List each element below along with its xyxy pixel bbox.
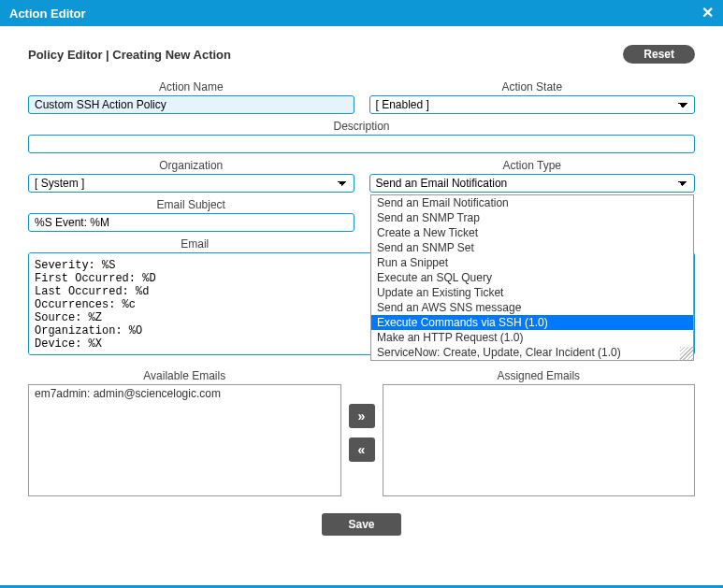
action-type-dropdown-list[interactable]: Send an Email NotificationSend an SNMP T…	[370, 194, 694, 361]
label-action-type: Action Type	[369, 159, 696, 172]
action-name-input[interactable]	[28, 95, 354, 114]
action-type-option[interactable]: Send an AWS SNS message	[371, 300, 693, 315]
header-row: Policy Editor | Creating New Action Rese…	[28, 45, 695, 64]
action-type-option[interactable]: Execute an SQL Query	[371, 270, 693, 285]
available-emails-listbox[interactable]: em7admin: admin@sciencelogic.com	[28, 384, 341, 496]
resize-handle-icon[interactable]	[680, 347, 693, 360]
row-description: Description	[28, 120, 695, 153]
move-right-button[interactable]: »	[349, 404, 375, 428]
close-icon[interactable]: ✕	[701, 6, 714, 21]
email-subject-input[interactable]	[28, 213, 354, 232]
label-available-emails: Available Emails	[28, 369, 341, 382]
label-assigned-emails: Assigned Emails	[383, 369, 696, 382]
page-subtitle: Policy Editor | Creating New Action	[28, 48, 231, 62]
row-name-state: Action Name Action State [ Enabled ]	[28, 80, 695, 114]
reset-button[interactable]: Reset	[623, 45, 695, 64]
description-input[interactable]	[28, 135, 695, 153]
action-type-option[interactable]: Make an HTTP Request (1.0)	[371, 330, 693, 345]
action-type-option[interactable]: Update an Existing Ticket	[371, 285, 693, 300]
email-lists: Available Emails em7admin: admin@science…	[28, 369, 695, 496]
move-left-button[interactable]: «	[349, 437, 375, 462]
action-state-select[interactable]: [ Enabled ]	[369, 95, 696, 114]
action-type-option[interactable]: ServiceNow: Create, Update, Clear Incide…	[371, 345, 693, 360]
label-email-body: Email	[28, 237, 362, 251]
save-row: Save	[28, 513, 695, 536]
label-description: Description	[28, 120, 695, 133]
action-type-select[interactable]: Send an Email Notification	[369, 174, 696, 193]
move-buttons: » «	[349, 369, 375, 496]
action-type-option[interactable]: Send an Email Notification	[371, 195, 693, 210]
action-type-option[interactable]: Run a Snippet	[371, 255, 693, 270]
label-action-state: Action State	[369, 80, 696, 93]
label-action-name: Action Name	[28, 80, 354, 93]
window-title: Action Editor	[9, 7, 86, 21]
action-type-option[interactable]: Send an SNMP Set	[371, 240, 693, 255]
label-organization: Organization	[28, 159, 354, 172]
action-type-option[interactable]: Send an SNMP Trap	[371, 210, 693, 225]
assigned-emails-listbox[interactable]	[383, 384, 696, 496]
list-item[interactable]: em7admin: admin@sciencelogic.com	[29, 385, 340, 402]
save-button[interactable]: Save	[322, 513, 400, 536]
titlebar: Action Editor ✕	[0, 0, 723, 26]
label-email-subject: Email Subject	[28, 198, 354, 211]
action-type-option[interactable]: Create a New Ticket	[371, 225, 693, 240]
row-org-type: Organization [ System ] Action Type Send…	[28, 159, 695, 193]
action-type-option[interactable]: Execute Commands via SSH (1.0)	[371, 315, 693, 330]
organization-select[interactable]: [ System ]	[28, 174, 354, 193]
